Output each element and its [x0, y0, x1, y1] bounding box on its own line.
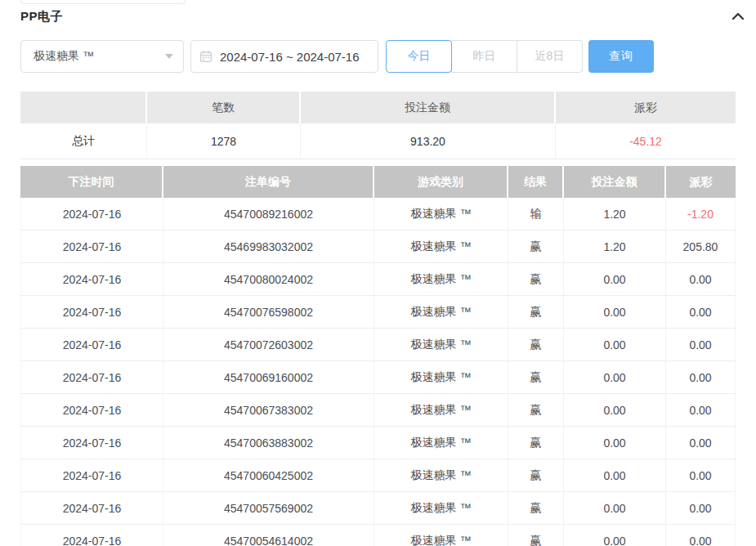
table-cell: 0.00 [564, 296, 666, 329]
table-cell: 赢 [508, 459, 564, 492]
column-header: 派彩 [666, 166, 736, 198]
table-cell: 2024-07-16 [20, 459, 163, 492]
table-row: 2024-07-1645470067383002极速糖果 ™赢0.000.00 [20, 394, 736, 427]
summary-total-row: 总计 1278 913.20 -45.12 [20, 123, 736, 159]
column-header: 游戏类别 [374, 166, 508, 198]
collapse-button[interactable] [730, 8, 746, 25]
date-range-value: 2024-07-16 ~ 2024-07-16 [220, 50, 360, 64]
summary-bet-amount: 913.20 [301, 123, 556, 159]
filter-bar: 极速糖果 ™ 2024-07-16 ~ 2024-07-16 今日昨日近8日 查… [20, 40, 746, 73]
date-range-picker[interactable]: 2024-07-16 ~ 2024-07-16 [190, 40, 378, 73]
table-cell: 0.00 [666, 525, 736, 546]
table-cell: 0.00 [666, 459, 736, 492]
records-table: 下注时间注单编号游戏类别结果投注金额派彩 2024-07-16454700892… [20, 166, 736, 546]
table-cell: 45470063883002 [163, 427, 374, 459]
table-cell: 赢 [508, 329, 564, 361]
table-cell: 0.00 [666, 263, 736, 296]
table-cell: 0.00 [564, 525, 666, 546]
table-cell: 0.00 [564, 361, 666, 394]
table-cell: 2024-07-16 [20, 198, 163, 230]
table-cell: 1.20 [564, 198, 666, 230]
table-cell: 赢 [508, 394, 564, 427]
page-title: PP电子 [20, 9, 63, 25]
column-header: 笔数 [147, 92, 301, 123]
table-row: 2024-07-1645470080024002极速糖果 ™赢0.000.00 [20, 263, 736, 296]
table-cell: 赢 [508, 361, 564, 394]
table-cell: 0.00 [564, 329, 666, 361]
table-cell: 极速糖果 ™ [374, 230, 508, 263]
records-table-header-row: 下注时间注单编号游戏类别结果投注金额派彩 [20, 166, 736, 198]
table-row: 2024-07-1645470076598002极速糖果 ™赢0.000.00 [20, 296, 736, 329]
summary-header-row: 笔数 投注金额 派彩 [20, 92, 736, 123]
quick-range-button[interactable]: 今日 [386, 40, 452, 73]
table-cell: -1.20 [666, 198, 736, 230]
table-cell: 输 [508, 198, 564, 230]
table-row: 2024-07-1645470072603002极速糖果 ™赢0.000.00 [20, 329, 736, 361]
records-table-body: 2024-07-1645470089216002极速糖果 ™输1.20-1.20… [20, 198, 736, 546]
table-row: 2024-07-1645470089216002极速糖果 ™输1.20-1.20 [20, 198, 736, 230]
table-cell: 极速糖果 ™ [374, 427, 508, 459]
column-header: 投注金额 [301, 92, 556, 123]
table-cell: 极速糖果 ™ [374, 361, 508, 394]
calendar-icon [199, 50, 212, 63]
quick-range-button[interactable]: 昨日 [451, 40, 517, 73]
column-header: 注单编号 [163, 166, 374, 198]
table-cell: 赢 [508, 492, 564, 525]
table-cell: 2024-07-16 [20, 361, 163, 394]
table-cell: 0.00 [666, 296, 736, 329]
table-cell: 0.00 [564, 459, 666, 492]
table-cell: 45470057569002 [163, 492, 374, 525]
table-cell: 极速糖果 ™ [374, 198, 508, 230]
quick-range-button[interactable]: 近8日 [517, 40, 583, 73]
summary-count: 1278 [147, 123, 301, 159]
cutoff-element-above [20, 0, 186, 4]
table-cell: 0.00 [564, 394, 666, 427]
column-header: 派彩 [556, 92, 736, 123]
pp-electronic-panel: PP电子 极速糖果 ™ [0, 0, 756, 546]
table-cell: 2024-07-16 [20, 394, 163, 427]
table-cell: 极速糖果 ™ [374, 394, 508, 427]
table-cell: 205.80 [666, 230, 736, 263]
table-cell: 0.00 [666, 492, 736, 525]
table-cell: 极速糖果 ™ [374, 459, 508, 492]
query-button[interactable]: 查询 [588, 40, 654, 73]
table-cell: 45470080024002 [163, 263, 374, 296]
table-cell: 赢 [508, 296, 564, 329]
table-cell: 0.00 [564, 427, 666, 459]
summary-total-label: 总计 [20, 123, 147, 159]
table-cell: 2024-07-16 [20, 296, 163, 329]
table-cell: 45470072603002 [163, 329, 374, 361]
table-cell: 0.00 [666, 427, 736, 459]
table-cell: 2024-07-16 [20, 263, 163, 296]
summary-table: 笔数 投注金额 派彩 总计 1278 913.20 -45.12 [20, 92, 736, 159]
table-cell: 2024-07-16 [20, 427, 163, 459]
table-cell: 45470069160002 [163, 361, 374, 394]
table-cell: 极速糖果 ™ [374, 296, 508, 329]
quick-button-group: 今日昨日近8日 [386, 40, 583, 73]
table-cell: 0.00 [564, 263, 666, 296]
table-cell: 0.00 [666, 329, 736, 361]
table-cell: 极速糖果 ™ [374, 263, 508, 296]
column-header: 结果 [508, 166, 564, 198]
table-row: 2024-07-1645469983032002极速糖果 ™赢1.20205.8… [20, 230, 736, 263]
table-cell: 极速糖果 ™ [374, 329, 508, 361]
table-row: 2024-07-1645470069160002极速糖果 ™赢0.000.00 [20, 361, 736, 394]
table-cell: 45470089216002 [163, 198, 374, 230]
table-cell: 2024-07-16 [20, 329, 163, 361]
table-cell: 赢 [508, 263, 564, 296]
table-cell: 0.00 [666, 361, 736, 394]
table-cell: 2024-07-16 [20, 492, 163, 525]
table-cell: 45470054614002 [163, 525, 374, 546]
column-header: 下注时间 [20, 166, 163, 198]
chevron-up-icon [730, 8, 746, 25]
table-cell: 45470067383002 [163, 394, 374, 427]
table-cell: 45470076598002 [163, 296, 374, 329]
summary-payout: -45.12 [556, 123, 736, 159]
column-header: 投注金额 [564, 166, 666, 198]
table-row: 2024-07-1645470063883002极速糖果 ™赢0.000.00 [20, 427, 736, 459]
table-cell: 45469983032002 [163, 230, 374, 263]
game-select[interactable]: 极速糖果 ™ [20, 40, 184, 73]
table-row: 2024-07-1645470057569002极速糖果 ™赢0.000.00 [20, 492, 736, 525]
table-cell: 极速糖果 ™ [374, 492, 508, 525]
table-cell: 0.00 [564, 492, 666, 525]
